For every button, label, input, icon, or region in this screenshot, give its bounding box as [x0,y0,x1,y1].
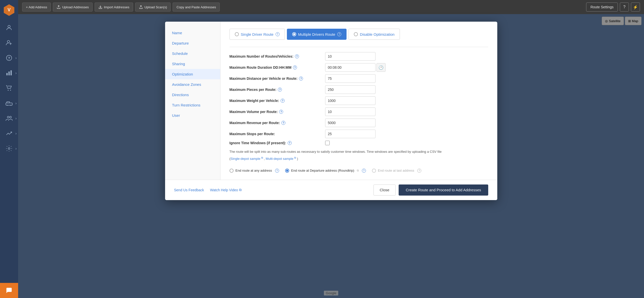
end-last-radio [372,169,376,173]
sidebar-item-help[interactable]: ? [0,50,18,65]
modal-content: Single Driver Route ? Multiple Drivers R… [220,22,497,180]
end-any-label: End route at any address [236,169,272,172]
sidebar-item-team[interactable] [0,111,18,126]
chat-icon [6,287,13,294]
max-weight-input[interactable] [325,96,375,105]
end-any-help-icon[interactable]: ? [275,169,279,173]
sidebar-item-settings[interactable] [0,141,18,156]
ignore-time-help-icon[interactable]: ? [288,141,292,145]
end-route-section: End route at any address ? End route at … [230,169,488,173]
max-duration-help-icon[interactable]: ? [293,65,297,69]
sidebar-item-fleet[interactable] [0,96,18,111]
close-button[interactable]: Close [373,184,396,196]
single-driver-help-icon[interactable]: ? [276,32,280,36]
nav-item-departure[interactable]: Departure [165,38,220,48]
nav-item-name[interactable]: Name [165,28,220,38]
roundtrip-icon: ⧉ [357,169,359,172]
max-volume-help-icon[interactable]: ? [279,110,283,114]
svg-text:V: V [8,7,11,12]
lightning-button[interactable]: ⚡ [631,3,640,12]
sidebar-item-cart[interactable] [0,81,18,96]
send-feedback-link[interactable]: Send Us Feedback [174,188,204,192]
ignore-time-windows-field: Ignore Time Windows (if present): ? [230,141,488,145]
max-revenue-help-icon[interactable]: ? [281,121,285,125]
end-last-help-icon[interactable]: ? [417,169,421,173]
watch-video-link[interactable]: Watch Help Video ⧉ [210,188,242,192]
nav-item-directions[interactable]: Directions [165,90,220,100]
multi-depot-link[interactable]: Multi-depot sample ⧉ [266,157,296,161]
sidebar-item-growth[interactable] [0,126,18,141]
chat-button[interactable] [0,283,18,298]
add-address-button[interactable]: + Add Address [22,3,51,12]
import-icon [98,5,102,9]
topbar: + Add Address Upload Addresses Import Ad… [18,0,644,14]
svg-rect-8 [7,73,8,75]
team-icon [6,115,13,122]
modal-nav: Name Departure Schedule Sharing Optimiza… [165,22,220,180]
end-route-any-option[interactable]: End route at any address ? [230,169,279,173]
sidebar-item-add-user[interactable] [0,35,18,50]
max-duration-field: Maximum Route Duration DD:HH:MM ? 🕐 [230,63,488,72]
end-last-label: End route at last address [378,169,414,172]
svg-point-15 [7,105,8,106]
upload-addresses-button[interactable]: Upload Addresses [53,3,93,12]
ignore-time-windows-checkbox[interactable] [325,141,330,145]
nav-item-avoidance-zones[interactable]: Avoidance Zones [165,79,220,90]
svg-point-2 [8,25,10,28]
import-addresses-button[interactable]: Import Addresses [95,3,133,12]
sidebar-item-user[interactable] [0,20,18,35]
single-driver-tab[interactable]: Single Driver Route ? [230,29,285,40]
svg-point-19 [8,148,10,150]
logo[interactable]: V [0,0,18,20]
nav-item-turn-restrictions[interactable]: Turn Restrictions [165,100,220,110]
nav-item-schedule[interactable]: Schedule [165,48,220,59]
max-pieces-input[interactable] [325,85,375,94]
upload-icon [57,5,61,9]
max-stops-input[interactable] [325,130,375,138]
svg-point-3 [7,41,10,43]
svg-point-12 [10,90,11,91]
svg-point-16 [10,105,11,106]
max-routes-input[interactable] [325,52,375,61]
end-route-departure-option[interactable]: End route at Departure address (Roundtri… [285,169,366,173]
modal-overlay: Name Departure Schedule Sharing Optimiza… [18,14,644,298]
footer-actions: Close Create Route and Proceed to Add Ad… [373,184,488,196]
max-distance-help-icon[interactable]: ? [299,77,303,81]
max-pieces-help-icon[interactable]: ? [278,88,282,92]
end-departure-help-icon[interactable]: ? [362,169,366,173]
upload-scans-button[interactable]: Upload Scan(s) [135,3,171,12]
copy-paste-button[interactable]: Copy and Paste Addresses [173,3,220,12]
video-link-icon: ⧉ [239,188,242,192]
form-divider [230,47,488,47]
fleet-icon [6,100,13,107]
multiple-drivers-help-icon[interactable]: ? [337,32,341,36]
max-volume-input[interactable] [325,107,375,116]
route-settings-button[interactable]: Route Settings [586,3,618,12]
analytics-icon [6,69,13,77]
route-tabs: Single Driver Route ? Multiple Drivers R… [230,29,488,40]
nav-item-user[interactable]: User [165,110,220,121]
single-depot-link[interactable]: Single-depot sample ⧉ [231,157,263,161]
max-distance-input[interactable] [325,74,375,83]
help-circle-button[interactable]: ? [620,3,629,12]
nav-item-optimization[interactable]: Optimization [165,69,220,79]
end-departure-radio [285,169,289,173]
max-duration-input[interactable] [325,63,375,72]
nav-item-sharing[interactable]: Sharing [165,59,220,69]
sidebar-item-analytics[interactable] [0,65,18,81]
clock-button[interactable]: 🕐 [376,63,386,72]
max-routes-help-icon[interactable]: ? [295,54,299,58]
user-icon [6,24,13,31]
add-user-icon [6,39,13,46]
svg-rect-13 [6,103,12,105]
help-icon: ? [6,54,13,61]
multiple-drivers-tab[interactable]: Multiple Drivers Route ? [287,29,347,40]
multiple-drivers-radio [292,32,296,36]
max-revenue-input[interactable] [325,119,375,127]
max-distance-field: Maximum Distance per Vehicle or Route: ? [230,74,488,83]
disable-optimization-tab[interactable]: Disable Optimization [349,29,400,40]
create-route-button[interactable]: Create Route and Proceed to Add Addresse… [399,184,488,196]
max-weight-field: Maximum Weight per Vehicle: ? [230,96,488,105]
max-weight-help-icon[interactable]: ? [281,99,285,103]
end-departure-label: End route at Departure address (Roundtri… [291,169,354,172]
